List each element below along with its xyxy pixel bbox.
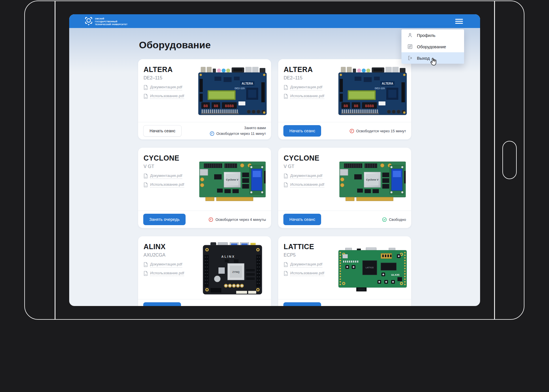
file-link-label: Использование.pdf <box>290 182 324 188</box>
file-link[interactable]: Документация.pdf <box>144 173 184 179</box>
svg-text:Cyclone V: Cyclone V <box>366 178 379 181</box>
file-link[interactable]: Использование.pdf <box>284 271 324 276</box>
card-brand: ALTERA <box>284 65 313 74</box>
svg-text:ULX3S: ULX3S <box>391 273 399 276</box>
menu-item-label: Оборудование <box>417 44 446 49</box>
start-session-button[interactable]: Начать сеанс <box>283 302 321 306</box>
document-icon <box>144 271 148 276</box>
hamburger-menu-icon[interactable] <box>455 19 463 24</box>
svg-text:ALTERA: ALTERA <box>242 82 253 85</box>
tablet-bezel-line-left <box>55 1 55 319</box>
equipment-card: CYCLONE V GT Документация.pdf Использова… <box>138 148 271 228</box>
card-model: AXU2CGA <box>144 253 165 258</box>
file-link[interactable]: Использование.pdf <box>284 182 324 188</box>
card-footer: Занять очередь Освободится через 4 минут… <box>138 211 271 228</box>
file-links: Документация.pdf Использование.pdf <box>144 262 184 276</box>
board-image-lattice-ecp5: LATTICE ULX3S <box>337 242 408 297</box>
svg-text:88: 88 <box>203 104 208 108</box>
start-session-button[interactable]: Начать сеанс <box>143 302 181 306</box>
take-queue-button[interactable]: Занять очередь <box>143 214 186 225</box>
equipment-card: LATTICE ECP5 Документация.pdf Использова… <box>278 236 411 306</box>
file-link-label: Использование.pdf <box>290 271 324 276</box>
tablet-camera-cutout <box>502 141 517 179</box>
start-session-button[interactable]: Начать сеанс <box>283 125 321 137</box>
svg-text:LATTICE: LATTICE <box>366 267 374 269</box>
svg-text:88: 88 <box>354 104 358 108</box>
file-link[interactable]: Документация.pdf <box>144 85 184 90</box>
svg-text:DE2-115: DE2-115 <box>234 87 244 90</box>
university-logo-icon <box>85 17 92 27</box>
status-text: Освободится через 15 минут <box>356 129 406 133</box>
status-badge: Освободится через 4 минуты <box>208 217 266 222</box>
file-links: Документация.pdf Использование.pdf <box>144 173 184 187</box>
file-links: Документация.pdf Использование.pdf <box>144 85 184 99</box>
check-circle-icon <box>382 217 387 222</box>
file-link-label: Использование.pdf <box>150 271 184 276</box>
status-badge: Свободно <box>382 217 406 222</box>
clock-icon <box>349 129 354 133</box>
document-icon <box>144 173 148 179</box>
logout-icon <box>407 55 413 61</box>
status-text: Свободно <box>389 306 406 306</box>
status-text: Свободно <box>249 306 266 306</box>
file-link[interactable]: Использование.pdf <box>144 271 184 276</box>
status-badge: Свободно <box>382 306 406 306</box>
file-link-label: Использование.pdf <box>290 94 324 99</box>
document-icon <box>284 182 288 187</box>
card-brand: ALTERA <box>144 65 173 74</box>
menu-item-profile[interactable]: Профиль <box>401 29 464 41</box>
svg-text:ZYNQ: ZYNQ <box>232 271 239 273</box>
document-icon <box>144 182 148 187</box>
svg-text:8888: 8888 <box>365 104 374 108</box>
status-badge: Освободится через 15 минут <box>349 129 406 133</box>
equipment-grid: ALTERA DE2–115 Документация.pdf Использо… <box>138 59 411 306</box>
board-image-cyclone-v-gt: Cyclone V <box>337 153 408 208</box>
card-model: V GT <box>144 164 154 169</box>
app-header: ОМСКИЙ ГОСУДАРСТВЕННЫЙ ТЕХНИЧЕСКИЙ УНИВЕ… <box>69 14 480 28</box>
svg-text:ALTERA: ALTERA <box>382 82 393 85</box>
card-footer: Начать сеанс Свободно <box>138 299 271 306</box>
person-icon <box>407 33 413 38</box>
document-icon <box>144 94 148 99</box>
file-link[interactable]: Использование.pdf <box>144 182 184 188</box>
university-name: ОМСКИЙ ГОСУДАРСТВЕННЫЙ ТЕХНИЧЕСКИЙ УНИВЕ… <box>95 17 128 26</box>
svg-text:Cyclone V: Cyclone V <box>226 178 238 181</box>
tablet-bezel-line-right <box>494 1 495 319</box>
file-link-label: Документация.pdf <box>290 173 322 179</box>
menu-item-logout[interactable]: Выход <box>401 52 464 64</box>
check-circle-icon <box>382 306 387 306</box>
clock-icon <box>208 217 213 222</box>
equipment-icon <box>407 44 413 49</box>
file-link-label: Использование.pdf <box>150 94 184 99</box>
start-session-button[interactable]: Начать сеанс <box>143 125 182 137</box>
file-link[interactable]: Использование.pdf <box>284 94 324 99</box>
document-icon <box>284 173 288 179</box>
board-image-altera-de2-115: ALTERA DE2-115 88 88 8888 <box>337 65 408 120</box>
file-link[interactable]: Документация.pdf <box>284 173 324 179</box>
file-link[interactable]: Использование.pdf <box>144 94 184 99</box>
document-icon <box>284 262 288 267</box>
check-circle-icon <box>242 306 247 306</box>
file-link-label: Документация.pdf <box>290 85 322 90</box>
card-model: DE2–115 <box>144 75 162 81</box>
svg-text:88: 88 <box>343 104 348 108</box>
board-image-alinx-axu2cga: ALINX ZYNQ <box>197 242 268 297</box>
file-link[interactable]: Документация.pdf <box>284 85 324 90</box>
svg-text:ALINX: ALINX <box>221 255 235 258</box>
university-logo: ОМСКИЙ ГОСУДАРСТВЕННЫЙ ТЕХНИЧЕСКИЙ УНИВЕ… <box>85 17 128 27</box>
card-model: ECP5 <box>284 253 296 258</box>
svg-text:8888: 8888 <box>225 104 234 108</box>
menu-item-equipment[interactable]: Оборудование <box>401 41 464 52</box>
file-link-label: Документация.pdf <box>150 262 182 267</box>
svg-text:DE2-115: DE2-115 <box>375 87 385 90</box>
app-screen: ОМСКИЙ ГОСУДАРСТВЕННЫЙ ТЕХНИЧЕСКИЙ УНИВЕ… <box>69 14 480 306</box>
status-badge: Свободно <box>242 306 266 306</box>
document-icon <box>144 262 148 267</box>
status-occupied-by-you: Занято вами <box>244 126 266 130</box>
board-image-cyclone-v-gt: Cyclone V <box>197 153 268 208</box>
file-link-label: Документация.pdf <box>150 173 182 179</box>
file-link[interactable]: Документация.pdf <box>144 262 184 267</box>
start-session-button[interactable]: Начать сеанс <box>283 214 321 225</box>
equipment-card: ALTERA DE2–115 Документация.pdf Использо… <box>278 59 411 139</box>
file-link[interactable]: Документация.pdf <box>284 262 324 267</box>
